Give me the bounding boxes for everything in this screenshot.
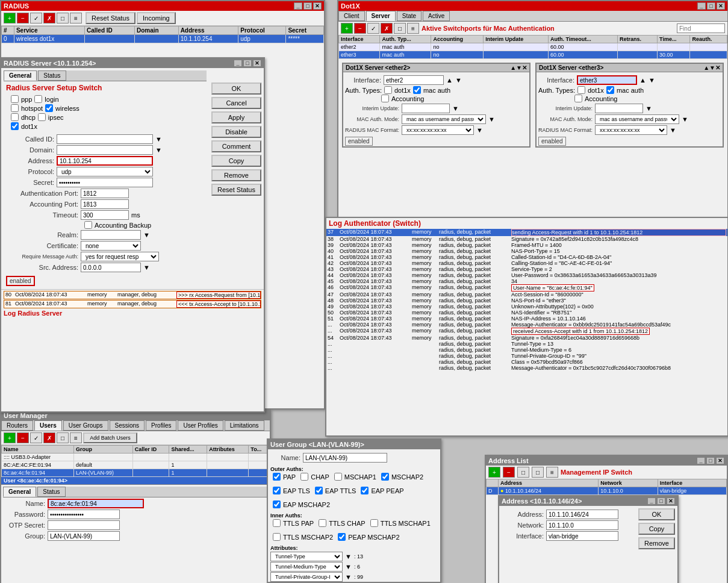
ether3-iface-down[interactable]: ▼: [649, 76, 655, 84]
al-min[interactable]: _: [697, 457, 705, 464]
um-filter[interactable]: ≡: [70, 432, 82, 443]
log-auth-row-46[interactable]: 46 Oct/08/2024 18:07:43 memory radius, d…: [326, 284, 727, 292]
ether3-iface-input[interactable]: [577, 75, 637, 85]
remove-btn[interactable]: −: [17, 13, 29, 23]
ad-remove-btn[interactable]: Remove: [638, 537, 675, 549]
attr-tunnel-type-select[interactable]: Tunnel-Type: [270, 552, 343, 561]
log-auth-row-50[interactable]: 50 Oct/08/2024 18:07:43 memory radius, d…: [326, 310, 727, 316]
dot1x-checkbox[interactable]: [11, 122, 19, 130]
al-max[interactable]: □: [706, 457, 715, 464]
um-x[interactable]: ✗: [43, 432, 55, 443]
log-auth-row-ttype[interactable]: ... radius, debug, packet Tunnel-Type = …: [326, 341, 727, 347]
dot1x-x[interactable]: ✗: [381, 23, 393, 34]
table-row-ether3[interactable]: ether3 mac auth no 60.00 30.00: [339, 51, 727, 59]
ad-close[interactable]: ✕: [667, 497, 675, 505]
dhcp-checkbox[interactable]: [11, 113, 19, 121]
apply-btn[interactable]: Apply: [211, 111, 261, 123]
filter-btn[interactable]: ≡: [70, 13, 82, 23]
ether3-interim-dd[interactable]: ▼: [646, 105, 652, 112]
log-auth-row-44[interactable]: 44 Oct/08/2024 18:07:43 memory radius, d…: [326, 272, 727, 278]
ad-copy-btn[interactable]: Copy: [638, 523, 675, 535]
al-rem[interactable]: −: [503, 467, 515, 478]
ttlsmschap1-cb[interactable]: [370, 519, 378, 527]
wireless-checkbox[interactable]: [45, 104, 53, 112]
secret-input[interactable]: [57, 178, 153, 187]
tab-status[interactable]: Status: [38, 70, 66, 81]
log-auth-row-sig[interactable]: 54 Oct/08/2024 18:07:43 memory radius, d…: [326, 335, 727, 341]
cert-select[interactable]: none: [81, 241, 141, 251]
ether3-dot1x-cb[interactable]: [577, 86, 585, 94]
attr-tunnel-medium-select[interactable]: Tunnel-Medium-Type: [270, 562, 343, 572]
al-table-row[interactable]: D ● 10.1.10.146/24 10.1.10.0 vlan-bridge: [487, 487, 727, 495]
ether2-macfmt-select[interactable]: xx:xx:xx:xx:xx:xx: [402, 125, 474, 135]
min-btn-2[interactable]: _: [234, 60, 242, 67]
timeout-input[interactable]: [81, 210, 129, 220]
tab-user-groups[interactable]: User Groups: [63, 420, 108, 431]
ug-name-input[interactable]: [303, 453, 387, 463]
login-checkbox[interactable]: [34, 95, 42, 103]
log-auth-row-tmedium[interactable]: ... radius, debug, packet Tunnel-Medium-…: [326, 347, 727, 353]
log-auth-row-45[interactable]: 45 Oct/08/2024 18:07:43 memory radius, d…: [326, 278, 727, 284]
dot1x-copy[interactable]: □: [394, 23, 406, 34]
ether3-macfmt-dd[interactable]: ▼: [670, 126, 676, 134]
ether3-acct-cb[interactable]: [574, 95, 582, 102]
ether2-interim-dd[interactable]: ▼: [452, 105, 459, 112]
log-auth-row-class[interactable]: ... radius, debug, packet Class = 0x579b…: [326, 359, 727, 365]
um-remove[interactable]: −: [17, 432, 29, 443]
log-auth-row-msgauth[interactable]: ... radius, debug, packet Message-Authen…: [326, 365, 727, 371]
dot1x-close[interactable]: ✕: [717, 2, 725, 10]
win-controls-2[interactable]: _ □ ✕: [234, 60, 261, 67]
ether2-macmode-dd[interactable]: ▼: [488, 116, 495, 123]
realm-input[interactable]: [81, 230, 141, 240]
copy-btn[interactable]: □: [57, 13, 69, 23]
ether2-macfmt-dd[interactable]: ▼: [476, 126, 483, 134]
al-filter[interactable]: ≡: [546, 467, 558, 478]
reset-status-btn[interactable]: Reset Status: [86, 12, 135, 24]
ether2-dot1x-cb[interactable]: [384, 86, 392, 94]
ttlspap-cb[interactable]: [273, 519, 281, 527]
ether3-macmode-select[interactable]: mac as username and password: [595, 114, 679, 124]
um-add[interactable]: +: [4, 432, 16, 443]
remove-btn-2[interactable]: Remove: [211, 169, 261, 181]
log-auth-row-43[interactable]: 43 Oct/08/2024 18:07:43 memory radius, d…: [326, 266, 727, 272]
tab-limitations[interactable]: Limitations: [225, 420, 264, 431]
src-addr-input[interactable]: [81, 263, 141, 272]
tab-routers[interactable]: Routers: [1, 420, 33, 431]
ether3-macauth-cb[interactable]: [606, 86, 614, 94]
eappeap-cb[interactable]: [361, 487, 369, 494]
x-btn[interactable]: ✗: [43, 13, 55, 23]
domain-dropdown[interactable]: ▼: [155, 146, 162, 154]
log-auth-row-38[interactable]: 38 Oct/08/2024 18:07:43 memory radius, d…: [326, 236, 727, 242]
minimize-btn[interactable]: _: [294, 2, 302, 10]
um-copy[interactable]: □: [57, 432, 69, 443]
protocol-select[interactable]: udp: [57, 167, 153, 176]
tab-users[interactable]: Users: [34, 420, 62, 431]
ttlschap-cb[interactable]: [319, 519, 326, 527]
user-tab-status[interactable]: Status: [37, 487, 65, 497]
max-btn-2[interactable]: □: [243, 60, 252, 67]
ether2-macmode-select[interactable]: mac as username and password: [402, 114, 486, 124]
table-row-ether2[interactable]: ether2 mac auth no 60.00: [339, 43, 727, 51]
ttlsmschap2-cb[interactable]: [273, 533, 281, 541]
find-input[interactable]: [677, 23, 725, 33]
ad-address-input[interactable]: [546, 510, 618, 519]
dot1x-check[interactable]: ✓: [367, 23, 379, 34]
ad-network-input[interactable]: [546, 520, 618, 530]
ether2-iface-up[interactable]: ▲: [446, 76, 453, 84]
tab-sessions[interactable]: Sessions: [110, 420, 145, 431]
check-btn[interactable]: ✓: [30, 13, 42, 23]
tab-server[interactable]: Server: [366, 11, 396, 21]
al-cb2[interactable]: □: [532, 467, 544, 478]
ad-min[interactable]: _: [647, 497, 656, 505]
log-auth-row-47[interactable]: 47 Oct/08/2024 18:07:43 memory radius, d…: [326, 292, 727, 298]
cancel-btn[interactable]: Cancel: [211, 97, 261, 109]
ether2-interim-input[interactable]: [402, 104, 450, 113]
acct-backup-checkbox[interactable]: [84, 221, 92, 229]
close-btn[interactable]: ✕: [313, 2, 322, 10]
require-msg-select[interactable]: yes for request resp: [81, 252, 159, 261]
log-auth-row-41[interactable]: 41 Oct/08/2024 18:07:43 memory radius, d…: [326, 254, 727, 260]
mschap2-cb[interactable]: [381, 473, 389, 481]
auth-port-input[interactable]: [81, 189, 129, 198]
dot1x-max[interactable]: □: [707, 2, 715, 10]
ipsec-checkbox[interactable]: [38, 113, 46, 121]
